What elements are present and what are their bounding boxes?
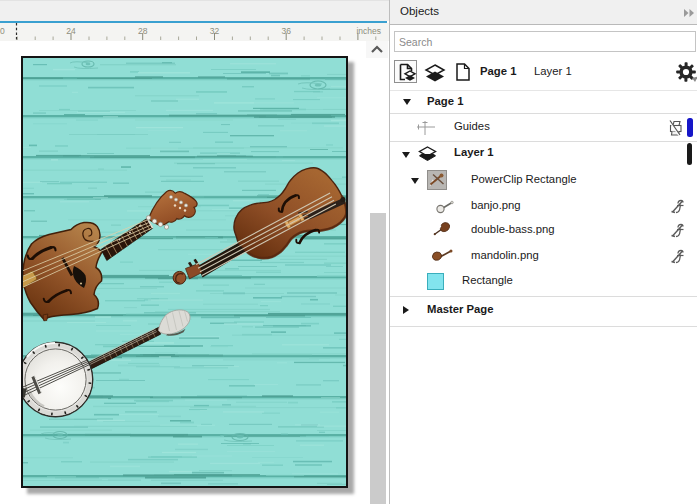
svg-text:28: 28 — [138, 26, 148, 36]
svg-text:24: 24 — [66, 26, 76, 36]
svg-text:32: 32 — [210, 26, 220, 36]
svg-text:0: 0 — [0, 26, 5, 36]
svg-text:inches: inches — [356, 26, 381, 36]
svg-text:36: 36 — [281, 26, 291, 36]
